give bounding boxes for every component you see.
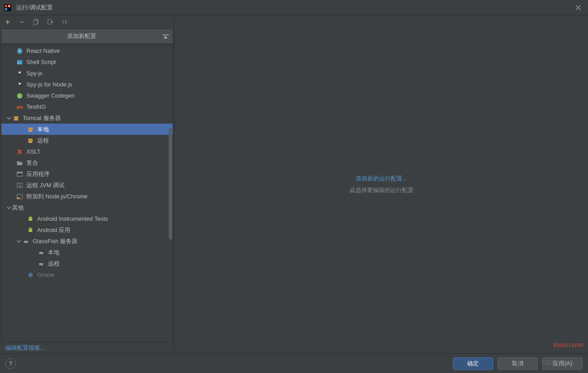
tree-item[interactable]: { }Swagger Codegen [1, 90, 173, 101]
shell-icon [16, 59, 24, 65]
tree-item-label: 其他 [12, 204, 24, 212]
svg-line-40 [31, 227, 32, 228]
add-new-config-label: 添加新配置 [1, 32, 162, 40]
cancel-button[interactable]: 取消 [498, 357, 538, 370]
add-new-config-header[interactable]: 添加新配置 [1, 29, 173, 44]
edit-templates-link[interactable]: 编辑配置模板... [5, 344, 45, 352]
add-new-run-config-link[interactable]: 添加新的运行配置... [356, 175, 407, 183]
svg-rect-29 [17, 172, 22, 173]
chevron-down-icon[interactable] [16, 239, 22, 244]
tree-item[interactable]: 本地 [1, 124, 173, 135]
help-button[interactable]: ? [5, 358, 16, 369]
svg-line-39 [29, 227, 30, 228]
tree-item[interactable]: Spy-js [1, 68, 173, 79]
close-icon[interactable] [572, 1, 584, 14]
tomcat-icon [26, 137, 34, 144]
svg-point-14 [19, 72, 20, 73]
folder-icon [16, 160, 24, 166]
xslt-icon [16, 149, 24, 155]
jvm-icon [16, 182, 24, 189]
remove-button[interactable]: − [18, 18, 26, 26]
tree-item[interactable]: 远程 JVM 调试 [1, 180, 173, 191]
tree-item[interactable]: GlassFish 服务器 [1, 236, 173, 247]
svg-point-41 [29, 229, 30, 230]
tree-item-label: Android 应用 [37, 226, 70, 234]
svg-point-43 [28, 273, 33, 277]
tree-item-label: Tomcat 服务器 [23, 114, 61, 122]
tree-item-label: 复合 [26, 159, 38, 167]
tree-item[interactable]: XSLT [1, 146, 173, 157]
copy-icon[interactable] [32, 18, 40, 26]
tree-item-label: 远程 [37, 137, 49, 145]
tree-item-label: 远程 [48, 260, 60, 268]
apply-button[interactable]: 应用(A) [542, 357, 583, 370]
groovy-icon [26, 272, 34, 278]
svg-rect-2 [8, 5, 10, 7]
tree-item[interactable]: Android Instrumented Tests [1, 213, 173, 224]
spyjs-icon [16, 81, 24, 88]
tree-item-label: Groow [37, 271, 54, 278]
tree-item[interactable]: Groow [1, 269, 173, 280]
toolbar: + − az [0, 15, 174, 29]
svg-point-22 [15, 118, 16, 119]
svg-point-26 [29, 140, 30, 141]
svg-point-18 [20, 83, 21, 84]
tree-item-label: Spy-js for Node.js [26, 81, 72, 88]
tree-item-label: GlassFish 服务器 [33, 237, 77, 245]
svg-text:a: a [65, 19, 67, 21]
svg-point-17 [19, 83, 20, 84]
ok-button[interactable]: 确定 [453, 357, 493, 370]
sidebar: + − az 添加新配置 React NativeShell ScriptSpy… [0, 15, 175, 353]
svg-text:NTG: NTG [17, 105, 23, 110]
tree-item-label: 应用程序 [26, 170, 50, 178]
tomcat-icon [26, 126, 34, 133]
svg-line-35 [29, 216, 30, 217]
collapse-all-icon[interactable] [162, 34, 169, 39]
tree-item[interactable]: NTGTestNG [1, 101, 173, 112]
tree-item[interactable]: Tomcat 服务器 [1, 112, 173, 124]
tree-item[interactable]: Android 应用 [1, 224, 173, 236]
tree-item-label: React Native [26, 47, 60, 54]
svg-point-38 [31, 218, 32, 219]
tree-item[interactable]: 远程 [1, 258, 173, 269]
tree-item[interactable]: Spy-js for Node.js [1, 79, 173, 90]
tree-item[interactable]: React Native [1, 45, 173, 56]
tree-item[interactable]: 本地 [1, 247, 173, 258]
tree-item[interactable]: 其他 [1, 202, 173, 213]
chevron-down-icon[interactable] [6, 206, 12, 210]
svg-point-27 [31, 140, 32, 141]
tree-item-label: 本地 [48, 249, 60, 257]
svg-point-42 [31, 229, 32, 230]
sort-icon[interactable]: az [61, 18, 69, 26]
add-button[interactable]: + [4, 18, 12, 26]
glassfish-icon [37, 261, 45, 267]
react-icon [16, 48, 24, 54]
android-icon [26, 216, 34, 222]
svg-point-23 [17, 118, 17, 119]
or-select-text: 或选择要编辑的运行配置 [349, 186, 413, 194]
tree-item[interactable]: 复合 [1, 157, 173, 168]
tree-item-label: 附加到 Node.js/Chrome [26, 193, 88, 201]
tree-item-label: Android Instrumented Tests [37, 215, 108, 222]
chevron-down-icon[interactable] [6, 116, 12, 120]
scrollbar-thumb[interactable] [169, 128, 172, 240]
tree-item-label: Shell Script [26, 59, 56, 65]
tomcat-icon [12, 115, 20, 121]
glassfish-icon [22, 238, 30, 244]
main-panel: 添加新的运行配置... 或选择要编辑的运行配置 [175, 15, 588, 353]
tree-item[interactable]: 应用程序 [1, 168, 173, 180]
svg-point-15 [20, 72, 21, 73]
save-template-icon[interactable] [47, 18, 55, 26]
svg-point-24 [29, 129, 30, 130]
tree-item[interactable]: JS附加到 Node.js/Chrome [1, 191, 173, 202]
tree-item[interactable]: Shell Script [1, 56, 173, 68]
app-logo-icon [4, 4, 12, 12]
tree-item-label: Swagger Codegen [26, 92, 75, 99]
android-icon [26, 227, 34, 233]
svg-rect-3 [5, 8, 7, 10]
tree-item-label: 本地 [37, 125, 49, 133]
tree-item[interactable]: 远程 [1, 135, 173, 146]
swagger-icon: { } [16, 93, 24, 99]
nodejs-icon: JS [16, 193, 24, 200]
config-tree[interactable]: React NativeShell ScriptSpy-jsSpy-js for… [1, 45, 173, 342]
